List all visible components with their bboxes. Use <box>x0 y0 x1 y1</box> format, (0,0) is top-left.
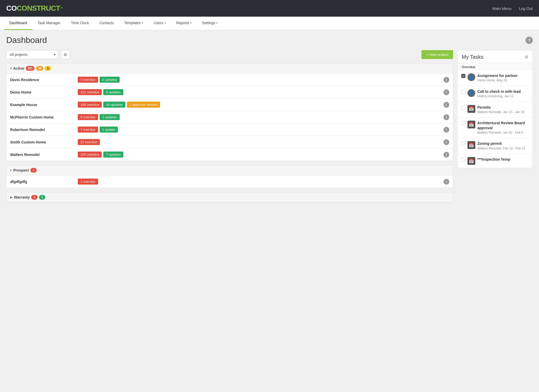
project-tags-walters: 100 overdue 7 updates <box>78 152 444 158</box>
settings-chevron-icon: ▾ <box>216 21 218 25</box>
toolbar-left: All projects Active Prospect Warranty ⚙ <box>6 50 70 59</box>
task-title-inspection[interactable]: ***Inspection Temp <box>477 157 529 162</box>
tag-updates-walters[interactable]: 7 updates <box>103 152 123 158</box>
header-nav: Main Menu Log Out <box>492 6 533 11</box>
tag-updates-robertson[interactable]: 1 update <box>100 127 118 133</box>
project-name-walters: Walters Remodel <box>10 153 78 157</box>
info-icon-dfg[interactable]: i <box>444 179 449 185</box>
project-select-wrapper: All projects Active Prospect Warranty <box>6 50 58 59</box>
info-icon-robertson[interactable]: i <box>444 127 449 133</box>
prospect-chevron-icon: ▾ <box>10 168 12 172</box>
tag-approval-example[interactable]: 1 approval needed <box>127 102 160 108</box>
task-title-architectural[interactable]: Architectural Review Board approval <box>477 121 529 130</box>
top-header: COCONSTRUCT™ Main Menu Log Out <box>0 0 539 17</box>
task-title-zoning[interactable]: Zoning permit <box>477 141 529 146</box>
overdue-label: Overdue <box>458 63 532 70</box>
templates-chevron-icon: ▾ <box>142 21 143 25</box>
task-checkbox-zoning[interactable] <box>461 142 465 146</box>
tab-settings[interactable]: Settings ▾ <box>197 17 223 30</box>
task-subtitle-permits: Walters Remodel, Jan 13 - Jan 19 <box>477 110 529 114</box>
task-title-permits[interactable]: Permits <box>477 105 529 110</box>
page-content: Dashboard ? All projects Active Prospect… <box>0 30 539 392</box>
page-header: Dashboard ? <box>6 35 533 45</box>
task-content-zoning: Zoning permit Walters Remodel, Feb 10 - … <box>477 141 529 151</box>
tag-overdue-robertson[interactable]: 7 overdue <box>78 127 98 133</box>
active-project-list: ▾ Active 391 36 1 Davis Residence 3 over… <box>6 63 453 161</box>
tag-updates-mcpherrin[interactable]: 2 updates <box>100 114 120 120</box>
warranty-section-header[interactable]: ▶ Warranty 1 1 <box>7 192 453 202</box>
prospect-section-header[interactable]: ▾ Prospect 1 <box>7 165 453 175</box>
task-subtitle-assignment: Demo Home, May 29 <box>477 79 529 83</box>
task-item-zoning: 📅 Zoning permit Walters Remodel, Feb 10 … <box>458 138 532 154</box>
project-tags-example: 148 overdue 16 updates 1 approval needed <box>78 102 444 108</box>
tag-updates-demo[interactable]: 8 updates <box>103 89 123 95</box>
my-tasks-title: My Tasks <box>462 54 483 60</box>
tag-overdue-demo[interactable]: 102 overdue <box>78 89 102 95</box>
tag-overdue-davis[interactable]: 3 overdue <box>78 77 98 83</box>
task-content-inspection: ***Inspection Temp <box>477 157 529 162</box>
calendar-icon-zoning: 📅 <box>467 141 475 149</box>
page-title: Dashboard <box>6 35 47 45</box>
info-icon-demo[interactable]: i <box>444 89 449 95</box>
tag-overdue-dfg[interactable]: 1 overdue <box>78 179 98 185</box>
info-icon-example[interactable]: i <box>444 102 449 108</box>
tag-overdue-mcpherrin[interactable]: 9 overdue <box>78 114 98 120</box>
task-title-assignment[interactable]: Assignment for partner <box>477 73 529 78</box>
active-chevron-icon: ▾ <box>10 67 12 70</box>
projects-gear-button[interactable]: ⚙ <box>61 50 70 59</box>
task-subtitle-architectural: Walters Remodel, Jan 20 - Feb 9 <box>477 131 529 135</box>
project-name-mcpherrin: McPherrin Custom Home <box>10 115 78 119</box>
task-item-architectural: 📅 Architectural Review Board approval Wa… <box>458 117 532 138</box>
tab-time-clock[interactable]: Time Clock <box>66 17 94 30</box>
task-content-assignment: Assignment for partner Demo Home, May 29 <box>477 73 529 83</box>
project-tags-mcpherrin: 9 overdue 2 updates <box>78 114 444 120</box>
tab-task-manager[interactable]: Task Manager <box>33 17 66 30</box>
task-checkbox-permits[interactable] <box>461 106 465 110</box>
tag-updates-davis[interactable]: 2 updates <box>100 77 120 83</box>
task-checkbox-architectural[interactable] <box>461 121 465 125</box>
task-item-inspection: 📅 ***Inspection Temp <box>458 154 532 168</box>
tab-users[interactable]: Users ▾ <box>149 17 171 30</box>
project-row-demo: Demo Home 102 overdue 8 updates i <box>7 86 453 99</box>
warranty-project-list: ▶ Warranty 1 1 <box>6 192 453 203</box>
tab-templates[interactable]: Templates ▾ <box>119 17 149 30</box>
tab-reports[interactable]: Reports ▾ <box>171 17 197 30</box>
help-icon[interactable]: ? <box>525 37 533 44</box>
project-select[interactable]: All projects Active Prospect Warranty <box>6 50 58 59</box>
info-icon-davis[interactable]: i <box>444 77 449 83</box>
task-checkbox-inspection[interactable] <box>461 158 465 162</box>
task-subtitle-zoning: Walters Remodel, Feb 10 - Feb 10 <box>477 147 529 151</box>
active-section-header[interactable]: ▾ Active 391 36 1 <box>7 63 453 74</box>
nav-tabs: Dashboard Task Manager Time Clock Contac… <box>0 17 539 30</box>
task-title-call[interactable]: Call to check in with lead <box>477 89 529 94</box>
logo-construct: CONSTRUCT <box>17 4 60 12</box>
active-badge-yellow: 1 <box>45 66 51 71</box>
task-checkbox-call[interactable] <box>461 90 465 94</box>
task-subtitle-call: Mallory Armstrong, Jan 11 <box>477 94 529 99</box>
project-name-robertson: Robertson Remodel <box>10 128 78 132</box>
project-row-smith: Smith Custom Home 22 overdue i <box>7 136 453 148</box>
tag-overdue-example[interactable]: 148 overdue <box>78 102 102 108</box>
main-menu-link[interactable]: Main Menu <box>492 6 511 11</box>
new-project-button[interactable]: + New project <box>421 50 453 59</box>
tag-overdue-smith[interactable]: 22 overdue <box>78 139 100 145</box>
info-icon-smith[interactable]: i <box>444 139 449 145</box>
my-tasks-gear-icon[interactable]: ⚙ <box>525 55 528 60</box>
task-checkbox-assignment[interactable] <box>461 74 465 78</box>
project-row-davis: Davis Residence 3 overdue 2 updates i <box>7 74 453 86</box>
info-icon-walters[interactable]: i <box>444 152 449 158</box>
log-out-link[interactable]: Log Out <box>519 6 533 11</box>
left-panel: All projects Active Prospect Warranty ⚙ … <box>6 50 453 207</box>
calendar-icon-architectural: 📅 <box>467 121 475 128</box>
tab-dashboard[interactable]: Dashboard <box>4 17 33 30</box>
warranty-section-title: Warranty <box>14 195 30 199</box>
tab-contacts[interactable]: Contacts <box>94 17 119 30</box>
info-icon-mcpherrin[interactable]: i <box>444 114 449 120</box>
tag-updates-example[interactable]: 16 updates <box>103 102 125 108</box>
project-name-davis: Davis Residence <box>10 78 78 82</box>
main-layout: All projects Active Prospect Warranty ⚙ … <box>6 50 533 207</box>
project-row-mcpherrin: McPherrin Custom Home 9 overdue 2 update… <box>7 111 453 123</box>
tag-overdue-walters[interactable]: 100 overdue <box>78 152 102 158</box>
project-row-dfg: dfgdfgdfg 1 overdue i <box>7 175 453 188</box>
calendar-icon-permits: 📅 <box>467 105 475 113</box>
